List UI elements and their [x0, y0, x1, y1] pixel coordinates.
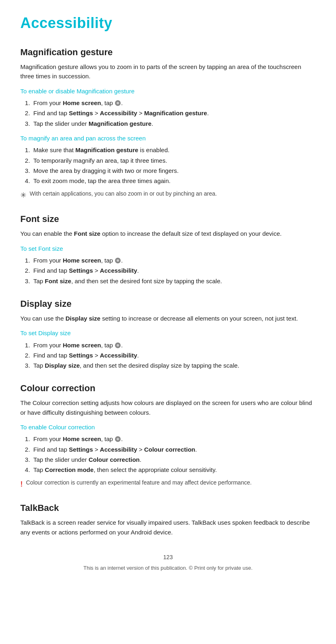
app-icon: [115, 100, 121, 106]
subsection-title-set-font-size: To set Font size: [20, 244, 316, 254]
list-item: Tap Correction mode, then select the app…: [32, 465, 316, 474]
subsection-title-enable-magnification: To enable or disable Magnification gestu…: [20, 87, 316, 96]
subsection-title-magnify-pan: To magnify an area and pan across the sc…: [20, 134, 316, 143]
warning-text: Colour correction is currently an experi…: [26, 478, 251, 487]
section-heading-colour-correction: Colour correction: [20, 381, 316, 395]
section-heading-display-size: Display size: [20, 297, 316, 310]
footer-legal: This is an internet version of this publ…: [20, 564, 316, 572]
list-item: Find and tap Settings > Accessibility > …: [32, 108, 316, 118]
warning-icon: !: [20, 479, 23, 490]
list-item: Tap the slider under Colour correction.: [32, 455, 316, 464]
list-item: Make sure that Magnification gesture is …: [32, 145, 316, 155]
list-item: Move the area by dragging it with two or…: [32, 166, 316, 175]
steps-enable-magnification: From your Home screen, tap . Find and ta…: [28, 98, 316, 128]
app-icon: [115, 342, 121, 348]
list-item: From your Home screen, tap .: [32, 256, 316, 265]
warning-note-colour-correction: ! Colour correction is currently an expe…: [20, 478, 316, 490]
page-title: Accessibility: [20, 12, 316, 34]
section-heading-talkback: TalkBack: [20, 501, 316, 515]
section-desc-display-size: You can use the Display size setting to …: [20, 314, 316, 323]
section-desc-talkback: TalkBack is a screen reader service for …: [20, 518, 316, 537]
list-item: To temporarily magnify an area, tap it t…: [32, 156, 316, 165]
app-icon: [115, 436, 121, 442]
list-item: Tap the slider under Magnification gestu…: [32, 119, 316, 128]
section-desc-font-size: You can enable the Font size option to i…: [20, 229, 316, 238]
tip-icon: ✳: [20, 190, 26, 201]
list-item: From your Home screen, tap .: [32, 340, 316, 350]
subsection-title-set-display-size: To set Display size: [20, 329, 316, 338]
list-item: To exit zoom mode, tap the area three ti…: [32, 176, 316, 185]
steps-set-font-size: From your Home screen, tap . Find and ta…: [28, 256, 316, 286]
list-item: From your Home screen, tap .: [32, 434, 316, 444]
tip-note-magnify: ✳ With certain applications, you can als…: [20, 190, 316, 201]
list-item: From your Home screen, tap .: [32, 98, 316, 108]
list-item: Tap Display size, and then set the desir…: [32, 361, 316, 370]
steps-enable-colour-correction: From your Home screen, tap . Find and ta…: [28, 434, 316, 474]
section-heading-magnification: Magnification gesture: [20, 45, 316, 59]
list-item: Find and tap Settings > Accessibility > …: [32, 445, 316, 454]
list-item: Find and tap Settings > Accessibility.: [32, 351, 316, 360]
tip-text: With certain applications, you can also …: [30, 190, 217, 198]
steps-magnify-pan: Make sure that Magnification gesture is …: [28, 145, 316, 185]
section-desc-colour-correction: The Colour correction setting adjusts ho…: [20, 398, 316, 417]
section-desc-magnification: Magnification gesture allows you to zoom…: [20, 62, 316, 81]
subsection-title-enable-colour-correction: To enable Colour correction: [20, 423, 316, 432]
page-footer: 123 This is an internet version of this …: [20, 553, 316, 572]
list-item: Find and tap Settings > Accessibility.: [32, 266, 316, 275]
page-number: 123: [20, 553, 316, 562]
section-heading-font-size: Font size: [20, 212, 316, 226]
steps-set-display-size: From your Home screen, tap . Find and ta…: [28, 340, 316, 370]
list-item: Tap Font size, and then set the desired …: [32, 276, 316, 286]
app-icon: [115, 258, 121, 263]
